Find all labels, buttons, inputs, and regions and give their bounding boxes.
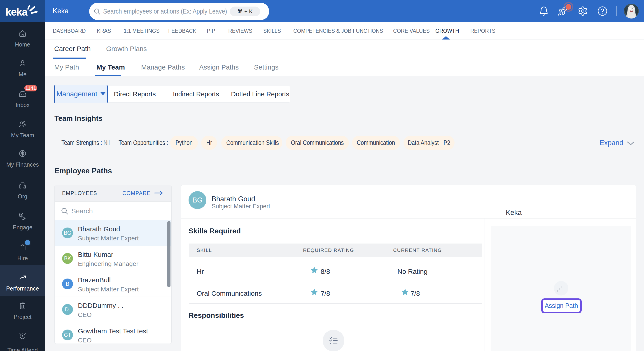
svg-text:keka: keka [6, 6, 28, 18]
